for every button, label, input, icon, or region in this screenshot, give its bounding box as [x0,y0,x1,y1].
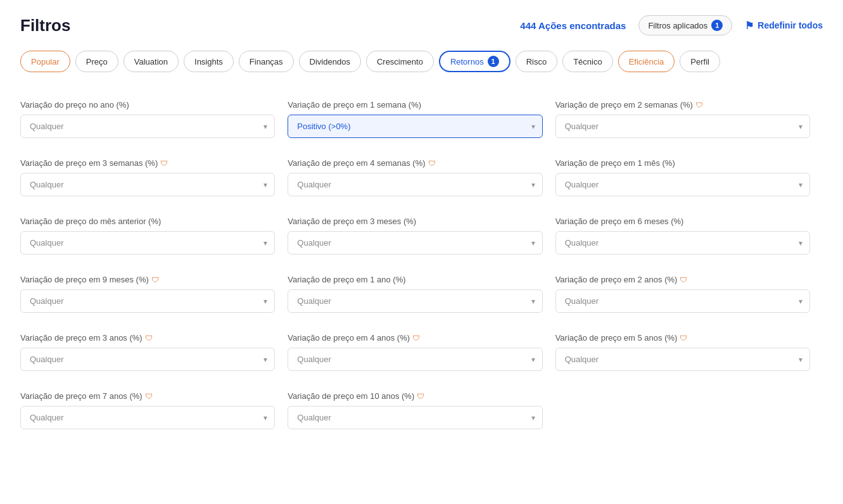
select-variacao-7-anos[interactable]: Qualquer [20,406,275,429]
filter-label-variacao-1-mes: Variação de preço em 1 mês (%) [555,158,810,168]
pro-icon: 🛡 [145,334,153,343]
tab-dividendos[interactable]: Dividendos [299,51,361,72]
filter-group-variacao-3-anos: Variação de preço em 3 anos (%) 🛡Qualque… [20,323,288,381]
tab-risco[interactable]: Risco [516,51,558,72]
filter-group-variacao-ano: Variação do preço no ano (%)Qualquer▾ [20,90,288,148]
tab-financas[interactable]: Finanças [239,51,294,72]
tab-preco[interactable]: Preço [75,51,118,72]
header-actions: 444 Ações encontradas Filtros aplicados … [520,15,823,35]
filter-group-variacao-3-meses: Variação de preço em 3 meses (%)Qualquer… [288,206,555,265]
filter-group-variacao-6-meses: Variação de preço em 6 meses (%)Qualquer… [555,206,823,265]
tabs-row: PopularPreçoValuationInsightsFinançasDiv… [20,51,823,72]
select-variacao-1-ano[interactable]: Qualquer [288,289,542,313]
select-variacao-9-meses[interactable]: Qualquer [20,289,275,313]
filter-label-variacao-3-semanas: Variação de preço em 3 semanas (%) 🛡 [20,158,275,168]
tab-insights[interactable]: Insights [184,51,234,72]
filter-group-variacao-2-semanas: Variação de preço em 2 semanas (%) 🛡Qual… [555,90,823,148]
select-variacao-1-semana[interactable]: Positivo (>0%) [288,115,542,138]
tab-valuation[interactable]: Valuation [124,51,179,72]
filter-group-variacao-10-anos: Variação de preço em 10 anos (%) 🛡Qualqu… [288,381,555,439]
select-variacao-6-meses[interactable]: Qualquer [555,231,810,255]
tab-tecnico[interactable]: Técnico [562,51,613,72]
select-wrapper-variacao-3-anos: Qualquer▾ [20,348,275,371]
select-variacao-5-anos[interactable]: Qualquer [555,348,810,371]
tab-eficiencia[interactable]: Eficiência [618,51,675,72]
filter-group-variacao-2-anos: Variação de preço em 2 anos (%) 🛡Qualque… [555,265,823,323]
filter-label-variacao-1-semana: Variação de preço em 1 semana (%) [288,100,542,110]
filter-group-variacao-mes-anterior: Variação de preço do mês anterior (%)Qua… [20,206,288,265]
select-wrapper-variacao-2-semanas: Qualquer▾ [555,115,810,138]
select-wrapper-variacao-5-anos: Qualquer▾ [555,348,810,371]
filters-grid: Variação do preço no ano (%)Qualquer▾Var… [20,90,823,439]
filters-applied-label: Filtros aplicados [648,21,707,30]
select-variacao-1-mes[interactable]: Qualquer [555,173,810,196]
filter-group-variacao-1-mes: Variação de preço em 1 mês (%)Qualquer▾ [555,148,823,206]
pro-icon: 🛡 [695,101,703,110]
filter-label-variacao-9-meses: Variação de preço em 9 meses (%) 🛡 [20,275,275,284]
select-variacao-2-semanas[interactable]: Qualquer [555,115,810,138]
filter-group-variacao-7-anos: Variação de preço em 7 anos (%) 🛡Qualque… [20,381,288,439]
tab-perfil[interactable]: Perfil [680,51,720,72]
pro-icon: 🛡 [160,159,168,168]
filter-label-variacao-7-anos: Variação de preço em 7 anos (%) 🛡 [20,391,275,401]
select-variacao-2-anos[interactable]: Qualquer [555,289,810,313]
page-header: Filtros 444 Ações encontradas Filtros ap… [20,15,823,35]
reset-label: Redefinir todos [757,20,823,30]
filter-label-variacao-3-anos: Variação de preço em 3 anos (%) 🛡 [20,333,275,343]
select-wrapper-variacao-mes-anterior: Qualquer▾ [20,231,275,255]
filters-applied-button[interactable]: Filtros aplicados 1 [638,15,732,35]
select-wrapper-variacao-9-meses: Qualquer▾ [20,289,275,313]
tab-popular[interactable]: Popular [20,51,70,72]
select-variacao-ano[interactable]: Qualquer [20,115,275,138]
pro-icon: 🛡 [417,392,424,401]
filter-label-variacao-6-meses: Variação de preço em 6 meses (%) [555,217,810,226]
tab-crescimento[interactable]: Crescimento [366,51,434,72]
select-variacao-4-semanas[interactable]: Qualquer [288,173,542,196]
select-wrapper-variacao-3-semanas: Qualquer▾ [20,173,275,196]
select-variacao-mes-anterior[interactable]: Qualquer [20,231,275,255]
filter-group-variacao-4-semanas: Variação de preço em 4 semanas (%) 🛡Qual… [288,148,555,206]
tab-label-retornos: Retornos [450,57,484,66]
select-variacao-4-anos[interactable]: Qualquer [288,348,542,371]
select-wrapper-variacao-6-meses: Qualquer▾ [555,231,810,255]
filter-label-variacao-mes-anterior: Variação de preço do mês anterior (%) [20,217,275,226]
select-wrapper-variacao-1-mes: Qualquer▾ [555,173,810,196]
filter-label-variacao-ano: Variação do preço no ano (%) [20,100,275,110]
reset-icon: ⚑ [745,20,754,32]
pro-icon: 🛡 [680,275,687,284]
select-wrapper-variacao-3-meses: Qualquer▾ [288,231,542,255]
found-count: 444 Ações encontradas [520,20,626,31]
select-wrapper-variacao-10-anos: Qualquer▾ [288,406,542,429]
pro-icon: 🛡 [680,334,687,343]
select-wrapper-variacao-1-semana: Positivo (>0%)▾ [288,115,542,138]
page-title: Filtros [20,16,70,35]
filter-label-variacao-4-anos: Variação de preço em 4 anos (%) 🛡 [288,333,542,343]
select-variacao-3-meses[interactable]: Qualquer [288,231,542,255]
filter-label-variacao-3-meses: Variação de preço em 3 meses (%) [288,217,542,226]
filter-label-variacao-1-ano: Variação de preço em 1 ano (%) [288,275,542,284]
select-wrapper-variacao-4-anos: Qualquer▾ [288,348,542,371]
pro-icon: 🛡 [412,334,420,343]
select-wrapper-variacao-ano: Qualquer▾ [20,115,275,138]
select-wrapper-variacao-7-anos: Qualquer▾ [20,406,275,429]
pro-icon: 🛡 [145,392,153,401]
pro-icon: 🛡 [428,159,436,168]
filter-group-variacao-1-semana: Variação de preço em 1 semana (%)Positiv… [288,90,555,148]
filter-label-variacao-2-semanas: Variação de preço em 2 semanas (%) 🛡 [555,100,810,110]
filter-group-variacao-3-semanas: Variação de preço em 3 semanas (%) 🛡Qual… [20,148,288,206]
filter-label-variacao-10-anos: Variação de preço em 10 anos (%) 🛡 [288,391,542,401]
filter-label-variacao-2-anos: Variação de preço em 2 anos (%) 🛡 [555,275,810,284]
select-variacao-3-semanas[interactable]: Qualquer [20,173,275,196]
tab-retornos[interactable]: Retornos1 [439,51,510,72]
tab-badge-retornos: 1 [488,56,499,67]
select-variacao-10-anos[interactable]: Qualquer [288,406,542,429]
filter-group-variacao-9-meses: Variação de preço em 9 meses (%) 🛡Qualqu… [20,265,288,323]
select-wrapper-variacao-1-ano: Qualquer▾ [288,289,542,313]
select-variacao-3-anos[interactable]: Qualquer [20,348,275,371]
filter-group-variacao-4-anos: Variação de preço em 4 anos (%) 🛡Qualque… [288,323,555,381]
select-wrapper-variacao-2-anos: Qualquer▾ [555,289,810,313]
reset-all-button[interactable]: ⚑Redefinir todos [745,20,823,32]
filters-applied-badge: 1 [711,20,723,31]
filter-group-variacao-1-ano: Variação de preço em 1 ano (%)Qualquer▾ [288,265,555,323]
pro-icon: 🛡 [151,275,159,284]
